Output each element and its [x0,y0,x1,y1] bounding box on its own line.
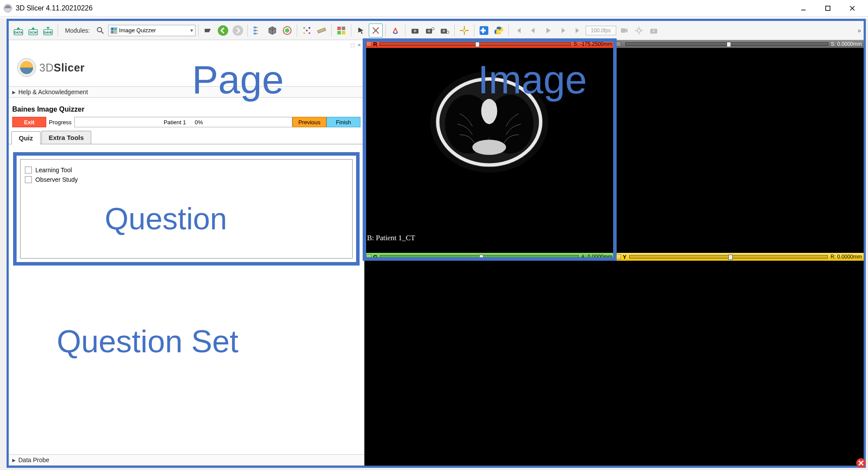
slice-offset-slider[interactable] [380,255,579,259]
slice-offset-value: S: 0.0000mm [831,41,862,47]
progress-label: Progress [49,119,72,126]
load-dicom-icon[interactable]: DCM [26,24,40,37]
nav-forward-icon[interactable] [231,24,245,37]
ruler-icon[interactable] [315,24,329,37]
tab-extra-tools[interactable]: Extra Tools [41,131,92,144]
pin-icon[interactable] [366,254,371,259]
checkbox-observer-study[interactable]: Observer Study [25,176,348,183]
slice-red-bar[interactable]: R S: -175.2500mm [364,40,614,48]
svg-rect-34 [342,31,345,34]
svg-rect-32 [342,27,345,30]
progress-percent: 0% [195,119,203,126]
svg-rect-14 [111,28,113,30]
svg-rect-22 [254,33,256,34]
play-first-icon[interactable] [511,24,525,37]
slice-offset-slider[interactable] [625,42,828,46]
panel-mini-controls[interactable]: ⬚✕ [349,42,362,48]
svg-point-19 [233,25,243,36]
fps-input[interactable]: 100.0fps [586,26,616,35]
volume-render-icon[interactable] [265,24,279,37]
slice-background-label: B: Patient 1_CT [367,234,415,242]
segmentation-icon[interactable] [280,24,294,37]
svg-point-11 [97,27,102,32]
svg-point-24 [285,28,289,33]
record-icon[interactable] [617,24,631,37]
close-button[interactable] [840,0,865,17]
slice-3d-bar[interactable]: S: 0.0000mm [614,40,864,48]
camera-icon[interactable] [647,24,661,37]
svg-text:SAVE: SAVE [44,31,52,34]
slice-offset-slider[interactable] [629,255,828,259]
finish-button[interactable]: Finish [326,117,360,127]
slice-orientation-label: R [373,41,377,48]
data-probe-header[interactable]: ▶Data Probe [9,454,364,466]
progress-bar: Patient 1 0% [74,117,292,127]
play-icon[interactable] [541,24,555,37]
markups-icon[interactable] [369,24,383,37]
app-icon [3,4,12,13]
play-prev-icon[interactable] [526,24,540,37]
slice-green-bar[interactable]: G A: 0.0000mm [364,253,614,261]
slice-view-yellow[interactable]: Y R: 0.0000mm [614,253,864,466]
main-toolbar: DATA DCM SAVE Modules: Image Quizzer ▾ [9,21,864,40]
scene-view-icon[interactable] [423,24,437,37]
svg-point-25 [306,30,308,31]
exit-button[interactable]: Exit [12,117,46,127]
module-selector[interactable]: Image Quizzer ▾ [108,25,196,36]
checkbox-learning-tool[interactable]: Learning Tool [25,167,348,174]
slice-offset-value: S: -175.2500mm [573,41,612,47]
play-last-icon[interactable] [571,24,585,37]
svg-rect-2 [826,6,830,10]
gear-icon[interactable] [632,24,646,37]
svg-point-29 [309,32,310,34]
image-quizzer-icon [110,27,117,34]
svg-point-37 [414,30,416,32]
minimize-button[interactable] [791,0,816,17]
quiz-tabs: Quiz Extra Tools [9,131,364,144]
previous-button[interactable]: Previous [292,117,326,127]
slice-view-red[interactable]: R S: -175.2500mm [364,40,614,253]
svg-text:DCM: DCM [30,31,37,34]
svg-rect-17 [114,31,117,33]
checkbox-icon [25,176,32,183]
save-icon[interactable]: SAVE [41,24,55,37]
pin-icon[interactable] [616,41,621,47]
annotated-question-box: Learning Tool Observer Study [13,152,360,266]
python-icon[interactable] [492,24,506,37]
maximize-button[interactable] [816,0,840,17]
nav-back-icon[interactable] [216,24,230,37]
extensions-icon[interactable] [477,24,491,37]
screenshot-icon[interactable] [408,24,422,37]
load-data-icon[interactable]: DATA [11,24,25,37]
module-panel: ⬚✕ 3DSlicer ▶Help & Acknowledgement Bain… [9,40,364,466]
help-ack-header[interactable]: ▶Help & Acknowledgement [9,86,364,98]
pin-icon[interactable] [616,254,621,259]
slice-view-3d[interactable]: S: 0.0000mm [614,40,864,253]
crosshair-icon[interactable] [457,24,471,37]
ct-axial-image [426,57,552,183]
transform-icon[interactable] [300,24,314,37]
slice-yellow-bar[interactable]: Y R: 0.0000mm [614,253,864,261]
annotated-page-frame: DATA DCM SAVE Modules: Image Quizzer ▾ [7,19,866,468]
svg-point-39 [428,30,430,32]
module-search-icon[interactable] [93,24,107,37]
slice-offset-value: R: 0.0000mm [830,254,862,260]
checkbox-icon [25,167,32,174]
module-history-icon[interactable] [201,24,215,37]
window-level-icon[interactable] [388,24,402,37]
cursor-icon[interactable] [354,24,368,37]
tab-quiz[interactable]: Quiz [11,131,41,144]
play-next-icon[interactable] [556,24,570,37]
screen-capture-icon[interactable] [438,24,452,37]
slice-offset-slider[interactable] [380,42,571,46]
data-tree-icon[interactable] [250,24,264,37]
svg-point-62 [472,140,506,155]
error-status-icon[interactable] [856,458,866,468]
slicer-logo-icon [17,58,37,78]
layout-selector-icon[interactable] [334,24,348,37]
toolbar-overflow-icon[interactable]: » [858,27,861,34]
svg-point-42 [443,30,445,32]
svg-point-40 [432,27,434,30]
slice-view-green[interactable]: G A: 0.0000mm [364,253,614,466]
pin-icon[interactable] [366,41,371,47]
